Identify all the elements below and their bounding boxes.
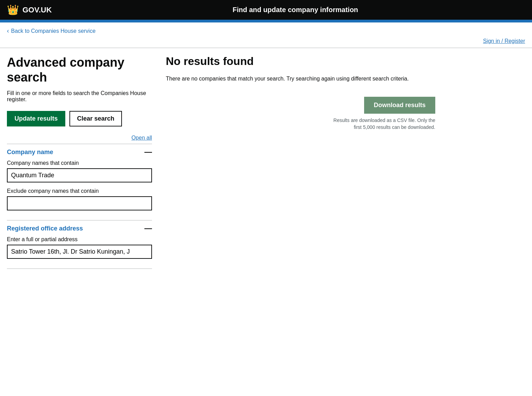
download-results-button[interactable]: Download results: [364, 97, 435, 114]
service-title: Find and update company information: [66, 6, 525, 14]
registered-office-title: Registered office address: [7, 225, 83, 232]
back-link-text: Back to Companies House service: [11, 28, 96, 34]
clear-search-button[interactable]: Clear search: [69, 111, 122, 126]
update-results-button[interactable]: Update results: [7, 111, 65, 126]
download-note: Results are downloaded as a CSV file. On…: [332, 117, 435, 131]
search-sidebar: Advanced company search Fill in one or m…: [7, 55, 152, 269]
registered-collapse-icon: —: [144, 225, 152, 232]
address-input[interactable]: [7, 245, 152, 259]
gov-header: 👑 GOV.UK Find and update company informa…: [0, 0, 532, 22]
no-results-message: There are no companies that match your s…: [166, 75, 435, 83]
registered-office-accordion: Registered office address — Enter a full…: [7, 220, 152, 269]
company-name-accordion-header[interactable]: Company name —: [7, 148, 152, 156]
back-link[interactable]: Back to Companies House service: [7, 27, 96, 35]
page-description: Fill in one or more fields to search the…: [7, 90, 152, 103]
open-all-link[interactable]: Open all: [131, 135, 152, 141]
company-name-exclude-input[interactable]: [7, 196, 152, 210]
sign-in-link[interactable]: Sign in / Register: [483, 38, 525, 44]
company-name-contains-input[interactable]: [7, 168, 152, 182]
open-all-row: Open all: [7, 135, 152, 144]
results-heading: No results found: [166, 55, 435, 68]
main-container: Advanced company search Fill in one or m…: [0, 48, 442, 283]
sign-in-bar: Sign in / Register: [0, 35, 532, 48]
button-row: Update results Clear search: [7, 111, 152, 126]
blue-bar: [0, 20, 532, 22]
chevron-left-icon: [7, 27, 10, 35]
contains-label: Company names that contain: [7, 160, 152, 166]
page-heading: Advanced company search: [7, 55, 152, 85]
company-name-accordion: Company name — Company names that contai…: [7, 144, 152, 220]
company-name-title: Company name: [7, 149, 53, 156]
crown-icon: 👑: [7, 4, 19, 16]
address-label: Enter a full or partial address: [7, 236, 152, 243]
registered-office-accordion-header[interactable]: Registered office address —: [7, 225, 152, 232]
collapse-icon: —: [144, 148, 152, 156]
download-section: Download results Results are downloaded …: [166, 97, 435, 131]
exclude-label: Exclude company names that contain: [7, 188, 152, 194]
back-link-bar: Back to Companies House service: [0, 22, 532, 35]
results-area: No results found There are no companies …: [166, 55, 435, 269]
gov-logo-text: GOV.UK: [22, 6, 52, 15]
gov-logo[interactable]: 👑 GOV.UK: [7, 4, 52, 16]
